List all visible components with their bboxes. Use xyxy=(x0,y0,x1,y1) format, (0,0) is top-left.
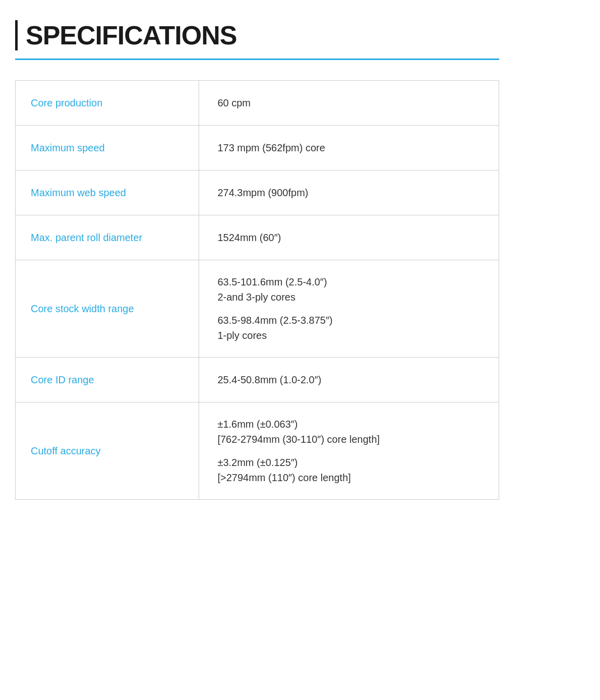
value-group-4-0: 63.5-101.6mm (2.5-4.0″)2-and 3-ply cores xyxy=(217,274,481,305)
value-group-4-1: 63.5-98.4mm (2.5-3.875″)1-ply cores xyxy=(217,313,481,343)
title-underline xyxy=(15,59,499,60)
spec-value-5: 25.4-50.8mm (1.0-2.0″) xyxy=(199,358,499,402)
spec-label-6: Cutoff accuracy xyxy=(16,402,199,500)
value-line: 1-ply cores xyxy=(217,328,481,343)
page-title: SPECIFICATIONS xyxy=(15,20,585,50)
spec-value-3: 1524mm (60″) xyxy=(199,215,499,260)
spec-label-1: Maximum speed xyxy=(16,126,199,170)
specifications-table: Core production60 cpmMaximum speed173 mp… xyxy=(15,80,499,500)
spec-label-2: Maximum web speed xyxy=(16,170,199,215)
spec-label-0: Core production xyxy=(16,81,199,126)
value-group-6-0: ±1.6mm (±0.063″)[762-2794mm (30-110″) co… xyxy=(217,417,481,447)
value-line: [762-2794mm (30-110″) core length] xyxy=(217,432,481,447)
table-row: Maximum web speed274.3mpm (900fpm) xyxy=(16,170,499,215)
spec-value-4: 63.5-101.6mm (2.5-4.0″)2-and 3-ply cores… xyxy=(199,260,499,358)
value-line: ±3.2mm (±0.125″) xyxy=(217,455,481,470)
spec-label-3: Max. parent roll diameter xyxy=(16,215,199,260)
table-row: Maximum speed173 mpm (562fpm) core xyxy=(16,126,499,170)
spec-value-1: 173 mpm (562fpm) core xyxy=(199,126,499,170)
table-row: Core ID range25.4-50.8mm (1.0-2.0″) xyxy=(16,358,499,402)
table-row: Max. parent roll diameter1524mm (60″) xyxy=(16,215,499,260)
value-line: 63.5-101.6mm (2.5-4.0″) xyxy=(217,274,481,289)
spec-value-2: 274.3mpm (900fpm) xyxy=(199,170,499,215)
spec-value-0: 60 cpm xyxy=(199,81,499,126)
value-line: [>2794mm (110″) core length] xyxy=(217,470,481,485)
value-line: ±1.6mm (±0.063″) xyxy=(217,417,481,432)
value-line: 2-and 3-ply cores xyxy=(217,289,481,305)
spec-label-4: Core stock width range xyxy=(16,260,199,358)
value-line: 63.5-98.4mm (2.5-3.875″) xyxy=(217,313,481,328)
spec-label-5: Core ID range xyxy=(16,358,199,402)
table-row: Core production60 cpm xyxy=(16,81,499,126)
table-row: Core stock width range63.5-101.6mm (2.5-… xyxy=(16,260,499,358)
value-group-6-1: ±3.2mm (±0.125″)[>2794mm (110″) core len… xyxy=(217,455,481,485)
spec-value-6: ±1.6mm (±0.063″)[762-2794mm (30-110″) co… xyxy=(199,402,499,500)
table-row: Cutoff accuracy±1.6mm (±0.063″)[762-2794… xyxy=(16,402,499,500)
